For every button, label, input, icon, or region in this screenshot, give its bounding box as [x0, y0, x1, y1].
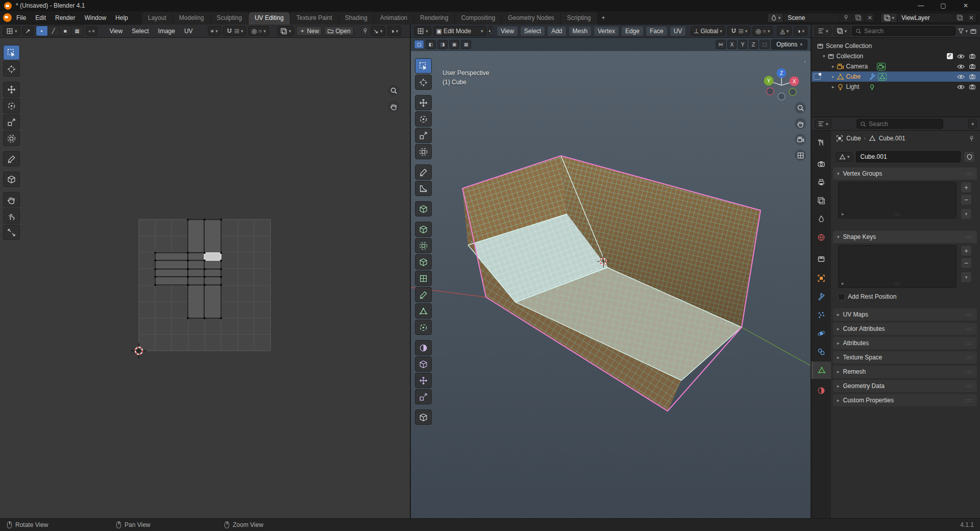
breadcrumb-object[interactable]: Cube — [846, 135, 861, 142]
close-button[interactable]: ✕ — [955, 1, 976, 11]
scene-canvas[interactable]: Z X Y — [411, 38, 811, 518]
maximize-button[interactable]: ▢ — [933, 1, 953, 11]
uv-select-vertex-button[interactable]: ▪ — [36, 26, 48, 36]
tool-tweak-select-box[interactable] — [415, 58, 432, 74]
panel-geometry-data[interactable]: ▸Geometry Data∷∷ — [833, 380, 977, 392]
tab-world[interactable] — [812, 229, 831, 246]
tool-annotate[interactable] — [415, 164, 432, 180]
tool-scale[interactable] — [415, 128, 432, 143]
tab-constraints[interactable] — [812, 343, 831, 360]
hide-icon[interactable] — [957, 83, 965, 91]
uv-snap-group[interactable]: ⊞▾ — [223, 26, 247, 36]
uv-tool-cursor[interactable] — [3, 61, 20, 77]
mirror-y-toggle[interactable]: Y — [738, 40, 747, 49]
tab-physics[interactable] — [812, 325, 831, 342]
uv-tool-transform[interactable] — [3, 131, 20, 146]
menu-file[interactable]: File — [12, 13, 31, 23]
menu-help[interactable]: Help — [111, 13, 133, 23]
select-mode-intersect-button[interactable]: ▩ — [461, 40, 471, 49]
uv-tool-annotate[interactable] — [3, 151, 20, 166]
uv-tool-tweak-select-box[interactable] — [3, 45, 20, 60]
hide-icon[interactable] — [957, 53, 965, 60]
view-layer-name[interactable]: ViewLayer — [897, 14, 953, 21]
tool-loop-cut[interactable] — [415, 271, 432, 286]
uv-tool-scale[interactable] — [3, 114, 20, 130]
tool-rip-region[interactable] — [415, 409, 432, 425]
uv-canvas[interactable] — [0, 38, 410, 518]
uv-tool-grab[interactable] — [3, 192, 20, 207]
expand-icon[interactable]: ▸ — [832, 84, 835, 89]
copy-view-layer-icon[interactable] — [953, 13, 966, 22]
disable-render-icon[interactable] — [969, 63, 976, 70]
shape-keys-list[interactable]: ▸∷∷ — [838, 245, 957, 288]
tool-edge-slide[interactable] — [415, 356, 432, 372]
uv-zoom-icon[interactable] — [388, 85, 399, 96]
vp-menu-add[interactable]: Add — [547, 26, 566, 36]
gizmo-negative-y[interactable] — [789, 88, 796, 95]
snap-group[interactable]: ⊞▾ — [727, 26, 751, 36]
uv-pan-icon[interactable] — [388, 101, 399, 112]
tab-scene[interactable] — [812, 210, 831, 228]
add-workspace-button[interactable]: + — [598, 12, 610, 25]
tool-rotate[interactable] — [415, 111, 432, 127]
menu-render[interactable]: Render — [51, 13, 80, 23]
outliner-search-input[interactable]: Search — [852, 26, 955, 36]
tool-add-cube[interactable] — [415, 201, 432, 216]
sidebar-toggle[interactable]: ‹ — [804, 58, 806, 65]
vp-pan-icon[interactable] — [795, 118, 806, 129]
navigation-gizmo[interactable]: Z X Y — [764, 68, 799, 101]
modifier-wrench-icon[interactable] — [869, 73, 876, 80]
select-mode-extend-button[interactable]: ◧ — [426, 40, 436, 49]
uv-tool-rip-region[interactable] — [3, 172, 20, 187]
outliner-row-scene-collection[interactable]: Scene Collection — [812, 41, 980, 51]
expand-icon[interactable]: ▸ — [832, 74, 835, 79]
transform-orientation-dropdown[interactable]: ⊥ Global▾ — [691, 26, 725, 36]
vp-zoom-icon[interactable] — [795, 102, 806, 113]
outliner-display-mode-dropdown[interactable]: ▾ — [834, 26, 850, 36]
panel-vertex-groups-header[interactable]: ▾Vertex Groups∷∷ — [833, 167, 977, 180]
uv-select-island-button[interactable]: ▦ — [71, 26, 83, 36]
view-layer-icon[interactable]: ▾ — [881, 13, 897, 22]
uv-gizmos-dropdown[interactable]: ↘▾ — [371, 26, 386, 36]
uv-proportional-editing-group[interactable]: ◎∩▾ — [248, 26, 268, 36]
options-dropdown[interactable]: Options▾ — [771, 39, 807, 50]
gizmo-negative-z[interactable] — [778, 93, 785, 100]
panel-remesh[interactable]: ▸Remesh∷∷ — [833, 366, 977, 378]
vp-menu-edge[interactable]: Edge — [621, 26, 644, 36]
properties-options-dropdown[interactable]: ▾ — [968, 119, 977, 129]
outliner-row-light[interactable]: ▸ Light — [812, 82, 980, 92]
tab-modifiers[interactable] — [812, 288, 831, 305]
gizmo-z-axis[interactable]: Z — [780, 70, 783, 76]
view-layer-selector[interactable]: ▾ ViewLayer ✕ — [880, 13, 977, 23]
outliner-row-camera[interactable]: ▸ Camera — [812, 61, 980, 71]
vertex-groups-list[interactable]: ▸∷∷ — [838, 182, 957, 219]
disable-render-icon[interactable] — [969, 83, 976, 90]
disable-render-icon[interactable] — [969, 53, 976, 60]
uv-sync-select-toggle[interactable]: ↗ — [22, 26, 34, 36]
vertex-group-specials-dropdown[interactable]: ▾ — [961, 208, 972, 220]
uv-browse-image-dropdown[interactable]: ▾ — [277, 26, 295, 36]
vp-camera-view-icon[interactable] — [795, 134, 806, 145]
vp-menu-mesh[interactable]: Mesh — [569, 26, 592, 36]
gizmos-dropdown[interactable]: ◬▾ — [777, 26, 792, 36]
mirror-x-toggle[interactable]: X — [727, 40, 737, 49]
tool-shrink-fatten[interactable] — [415, 373, 432, 388]
uv-pin-icon[interactable] — [362, 28, 369, 34]
tab-render[interactable] — [812, 155, 831, 173]
tab-particles[interactable] — [812, 306, 831, 324]
hide-icon[interactable] — [957, 63, 965, 70]
mode-dropdown[interactable]: ▣ Edit Mode▾ — [433, 26, 486, 36]
panel-attributes[interactable]: ▸Attributes∷∷ — [833, 337, 977, 349]
properties-search-input[interactable]: Search — [856, 119, 943, 129]
tab-uv-editing[interactable]: UV Editing — [249, 12, 290, 25]
tab-tool[interactable] — [812, 134, 831, 151]
editor-type-button-3d[interactable]: ▾ — [414, 26, 431, 36]
scene-selector[interactable]: ▾ Scene ✕ — [767, 13, 876, 23]
remove-vertex-group-button[interactable]: − — [961, 194, 972, 205]
fake-user-shield-button[interactable] — [964, 151, 975, 162]
vp-menu-select[interactable]: Select — [520, 26, 545, 36]
tab-rendering[interactable]: Rendering — [414, 12, 455, 25]
select-mode-invert-button[interactable]: ▣ — [449, 40, 459, 49]
tab-output[interactable] — [812, 174, 831, 191]
gizmo-y-axis[interactable]: Y — [767, 78, 771, 84]
